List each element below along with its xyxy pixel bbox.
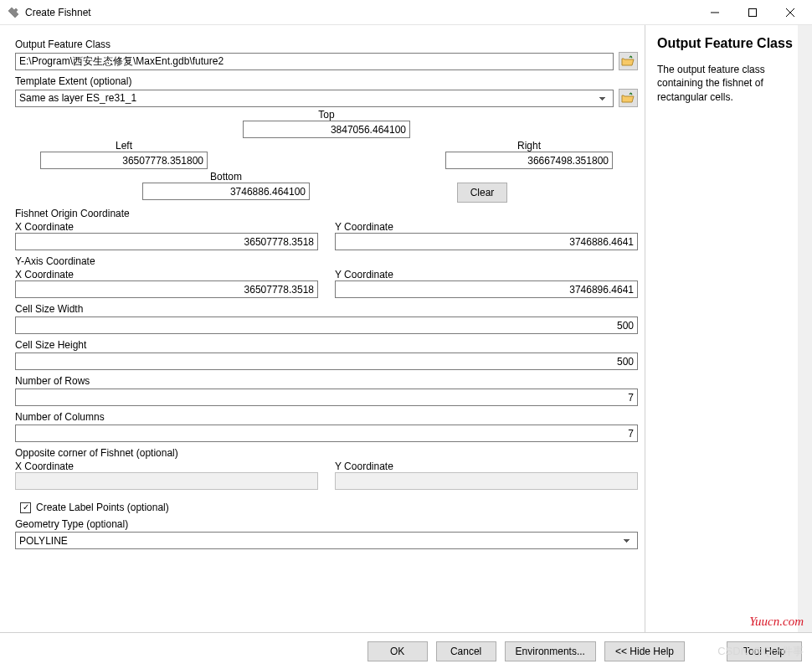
hide-help-button[interactable]: << Hide Help [604, 641, 685, 661]
browse-extent-button[interactable] [619, 89, 638, 107]
cell-height-label: Cell Size Height [15, 339, 638, 351]
template-extent-label: Template Extent (optional) [15, 75, 638, 87]
origin-x-label: X Coordinate [15, 221, 74, 233]
yaxis-y-label: Y Coordinate [335, 269, 393, 280]
num-rows-label: Number of Rows [15, 375, 638, 387]
num-rows-input[interactable] [15, 389, 638, 406]
extent-top-label: Top [318, 109, 334, 121]
cell-height-input[interactable] [15, 353, 638, 370]
folder-open-icon [621, 55, 635, 67]
folder-open-icon [621, 92, 635, 104]
clear-extent-button[interactable]: Clear [457, 183, 507, 203]
cell-width-label: Cell Size Width [15, 303, 638, 315]
maximize-button[interactable] [733, 1, 771, 24]
minimize-button[interactable] [696, 1, 733, 24]
help-scrollbar[interactable] [798, 25, 812, 632]
browse-output-button[interactable] [619, 52, 638, 70]
opposite-y-label: Y Coordinate [335, 461, 393, 472]
extent-right-input[interactable] [445, 152, 613, 169]
cell-width-input[interactable] [15, 316, 638, 334]
origin-y-input[interactable] [335, 233, 638, 250]
yaxis-section-label: Y-Axis Coordinate [15, 255, 638, 267]
opposite-section-label: Opposite corner of Fishnet (optional) [15, 447, 638, 459]
opposite-y-input [335, 472, 638, 490]
output-feature-class-label: Output Feature Class [15, 39, 638, 50]
output-feature-class-input[interactable] [15, 53, 614, 70]
opposite-x-label: X Coordinate [15, 461, 74, 472]
cancel-button[interactable]: Cancel [436, 641, 496, 661]
extent-bottom-input[interactable] [142, 183, 310, 200]
ok-button[interactable]: OK [367, 641, 428, 661]
template-extent-select[interactable]: Same as layer ES_re31_1 [15, 90, 614, 107]
close-button[interactable] [771, 1, 809, 24]
geometry-type-select[interactable]: POLYLINE [15, 532, 638, 549]
help-pane: Output Feature Class The output feature … [645, 25, 812, 632]
origin-section-label: Fishnet Origin Coordinate [15, 208, 638, 219]
window-title: Create Fishnet [25, 7, 696, 18]
num-cols-label: Number of Columns [15, 411, 638, 423]
app-icon [7, 6, 20, 19]
num-cols-input[interactable] [15, 425, 638, 442]
extent-box: Top Left Right Bottom [15, 109, 638, 203]
opposite-x-input [15, 472, 318, 490]
yaxis-y-input[interactable] [335, 280, 638, 298]
create-labels-label: Create Label Points (optional) [36, 502, 169, 513]
svg-rect-1 [748, 8, 756, 16]
origin-x-input[interactable] [15, 233, 318, 250]
create-labels-checkbox[interactable]: ✓ [20, 502, 31, 513]
extent-left-input[interactable] [40, 152, 208, 169]
footer: OK Cancel Environments... << Hide Help T… [0, 632, 812, 669]
yaxis-x-input[interactable] [15, 280, 318, 298]
form-pane: Output Feature Class Template Extent (op… [0, 25, 645, 632]
extent-top-input[interactable] [243, 121, 410, 138]
extent-bottom-label: Bottom [210, 171, 242, 183]
tool-help-button[interactable]: Tool Help [727, 641, 802, 661]
extent-right-label: Right [517, 140, 541, 152]
origin-y-label: Y Coordinate [335, 221, 393, 233]
environments-button[interactable]: Environments... [505, 641, 596, 661]
geometry-type-label: Geometry Type (optional) [15, 518, 638, 530]
help-body: The output feature class containing the … [657, 63, 800, 104]
extent-left-label: Left [116, 140, 132, 152]
titlebar: Create Fishnet [0, 0, 812, 25]
help-title: Output Feature Class [657, 35, 800, 51]
yaxis-x-label: X Coordinate [15, 269, 74, 280]
